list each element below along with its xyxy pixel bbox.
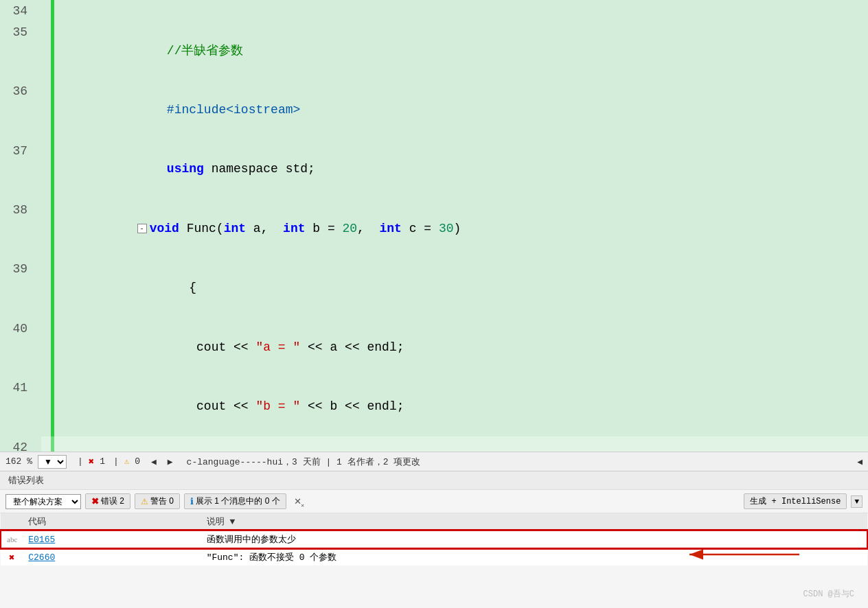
warning-icon: ⚠ [141, 497, 148, 506]
col-code: 代码 [23, 513, 201, 530]
code-text [137, 162, 167, 176]
separator: | [78, 456, 83, 467]
table-row: 35 //半缺省参数 [0, 21, 868, 80]
keyword: int [224, 222, 246, 235]
line-number: 37 [0, 140, 41, 199]
line-number: 41 [0, 377, 41, 436]
info-btn-label: 展示 1 个消息中的 0 个 [196, 495, 280, 507]
scroll-indicator: ◀ [857, 456, 863, 467]
info-filter-btn[interactable]: ℹ 展示 1 个消息中的 0 个 [184, 493, 286, 509]
line-number: 42 [0, 436, 41, 452]
code-text: namespace std; [204, 162, 315, 176]
keyword: void [150, 222, 179, 235]
code-text [137, 103, 167, 117]
keyword: using [167, 162, 204, 176]
table-row: 37 using namespace std; [0, 140, 868, 199]
table-row: 39 { [0, 258, 868, 317]
error-code[interactable]: C2660 [23, 548, 201, 565]
line-number: 38 [0, 199, 41, 258]
zoom-dropdown[interactable]: ▼ [38, 455, 67, 469]
table-row: 40 cout << "a = " << a << endl; [0, 318, 868, 377]
build-btn[interactable]: 生成 + IntelliSense [744, 493, 847, 509]
string: "b = " [255, 399, 300, 413]
table-header-row: 代码 说明 ▼ [1, 513, 867, 530]
warning-count: 0 [135, 456, 140, 467]
number: 30 [439, 222, 454, 235]
error-icon: ✖ [91, 496, 99, 506]
line-number: 40 [0, 318, 41, 377]
line-content[interactable]: cout << "c = " << c << endl; [41, 436, 868, 452]
error-filter-btn[interactable]: ✖ 错误 2 [85, 493, 130, 509]
csdn-watermark: CSDN @吾与C [803, 588, 854, 600]
code-text: << a << endl; [300, 340, 404, 354]
filter-dropdown[interactable]: 整个解决方案 [5, 494, 81, 509]
keyword: int [283, 222, 305, 235]
status-bar: 162 % ▼ | ✖ 1 | ⚠ 0 ◀ ▶ c-language-----h… [0, 452, 868, 471]
line-content[interactable]: #include<iostream> [41, 80, 868, 139]
line-content[interactable]: //半缺省参数 [41, 21, 868, 80]
panel-title-text: 错误列表 [8, 476, 44, 486]
line-number: 39 [0, 258, 41, 317]
code-text: cout << [137, 340, 256, 354]
error-panel-title: 错误列表 [0, 471, 868, 490]
col-desc-label: 说明 [207, 517, 225, 527]
error-toolbar: 整个解决方案 ✖ 错误 2 ⚠ 警告 0 ℹ 展示 1 个消息中的 0 个 ✕✕… [0, 490, 868, 513]
col-desc: 说明 ▼ [201, 513, 867, 530]
arrow-svg [676, 544, 813, 565]
keyword: int [380, 222, 402, 235]
code-text: ) [454, 222, 461, 235]
line-content[interactable] [41, 0, 868, 21]
line-number: 34 [0, 0, 41, 21]
line-number: 36 [0, 80, 41, 139]
warning-icon: ⚠ [124, 456, 129, 467]
watermark-text: CSDN @吾与C [803, 589, 854, 599]
table-row: 34 [0, 0, 868, 21]
code-text: cout << [137, 399, 256, 413]
line-content[interactable]: cout << "a = " << a << endl; [41, 318, 868, 377]
comment-text: //半缺省参数 [137, 44, 244, 58]
code-text: Func( [179, 222, 224, 235]
error-icon: ✖ [89, 456, 94, 467]
error-count: 1 [100, 456, 105, 467]
build-dropdown-arrow[interactable]: ▼ [851, 495, 863, 508]
error-code[interactable]: E0165 [23, 530, 201, 548]
string: "a = " [255, 340, 300, 354]
nav-next[interactable]: ▶ [168, 456, 173, 467]
keyword: #include [167, 103, 226, 117]
table-row: 42 cout << "c = " << c << endl; [0, 436, 868, 452]
table-row: 41 cout << "b = " << b << endl; [0, 377, 868, 436]
code-text: << b << endl; [300, 399, 404, 413]
branch-info: c-language-----hui，3 天前 | 1 名作者，2 项更改 [187, 456, 421, 468]
table-row: 38 -void Func(int a, int b = 20, int c =… [0, 199, 868, 258]
line-number: 35 [0, 21, 41, 80]
nav-prev[interactable]: ◀ [151, 456, 157, 467]
code-text: , [357, 222, 379, 235]
line-content[interactable]: cout << "b = " << b << endl; [41, 377, 868, 436]
col-code-label: 代码 [28, 517, 46, 527]
col-icon [1, 513, 23, 530]
code-text: { [137, 281, 196, 294]
error-panel: 错误列表 整个解决方案 ✖ 错误 2 ⚠ 警告 0 ℹ 展示 1 个消息中的 0… [0, 471, 868, 608]
info-icon: ℹ [190, 496, 194, 506]
number: 20 [343, 222, 358, 235]
include-path: <iostream> [226, 103, 300, 117]
warning-btn-label: 警告 0 [150, 495, 174, 507]
error-type-icon: ✖ [1, 548, 23, 565]
line-content[interactable]: -void Func(int a, int b = 20, int c = 30… [41, 199, 868, 258]
warning-filter-btn[interactable]: ⚠ 警告 0 [135, 493, 180, 509]
code-table: 34 35 //半缺省参数 36 #include<iostream> [0, 0, 868, 452]
filter-icon: ✕✕ [295, 494, 304, 508]
code-text: a, [246, 222, 283, 235]
red-arrow-annotation [676, 544, 813, 568]
error-list-container: 代码 说明 ▼ abc E0165 函数调用中的参数太少 ✖ [0, 513, 868, 565]
line-content[interactable]: { [41, 258, 868, 317]
error-x-icon: ✖ [9, 552, 14, 563]
build-btn-label: 生成 + IntelliSense [750, 495, 841, 507]
line-content[interactable]: using namespace std; [41, 140, 868, 199]
fold-button[interactable]: - [137, 224, 147, 233]
code-text: b = [305, 222, 342, 235]
code-text: c = [402, 222, 439, 235]
code-editor: 34 35 //半缺省参数 36 #include<iostream> [0, 0, 868, 452]
error-type-icon: abc [1, 530, 23, 548]
error-btn-label: 错误 2 [101, 495, 124, 507]
